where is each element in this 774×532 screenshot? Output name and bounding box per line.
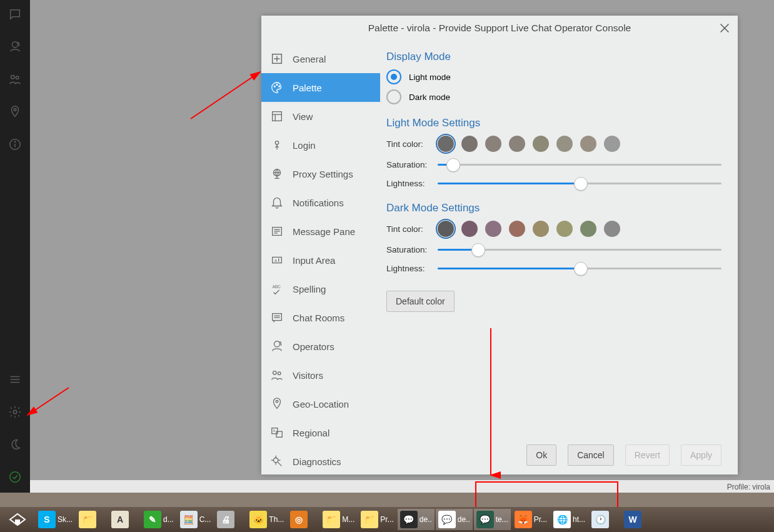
tint-swatch[interactable] <box>556 221 573 237</box>
light-saturation-slider[interactable] <box>438 158 721 171</box>
nav-notifications[interactable]: Notifications <box>261 188 380 217</box>
taskbar-item[interactable]: 🌐ht... <box>551 509 588 530</box>
light-tint-swatches <box>438 136 620 152</box>
nav-palette[interactable]: Palette <box>261 73 380 102</box>
dark-saturation-slider[interactable] <box>438 243 721 256</box>
nav-operators[interactable]: Operators <box>261 332 380 361</box>
nav-chat-rooms[interactable]: Chat Rooms <box>261 303 380 332</box>
taskbar-item[interactable]: W <box>621 509 653 530</box>
tint-swatch[interactable] <box>533 136 549 152</box>
nav-notifications-label: Notifications <box>293 198 344 208</box>
taskbar-item[interactable]: 💬de.. <box>436 509 473 530</box>
tint-swatch[interactable] <box>556 136 573 152</box>
taskbar-item-label: te... <box>496 515 508 524</box>
taskbar-item[interactable]: 📁 <box>76 509 108 530</box>
default-color-button[interactable]: Default color <box>386 291 455 312</box>
tint-swatch[interactable] <box>461 136 478 152</box>
nav-input-area[interactable]: aInput Area <box>261 246 380 274</box>
nav-message-pane[interactable]: Message Pane <box>261 217 380 246</box>
taskbar-item-label: Pr... <box>380 515 393 524</box>
taskbar-item[interactable]: 🕐 <box>589 509 620 530</box>
taskbar-item-icon: 🌐 <box>553 511 571 528</box>
tint-swatch[interactable] <box>438 136 454 152</box>
taskbar-item-icon: 💬 <box>476 511 494 528</box>
light-tint-label: Tint color: <box>386 139 435 149</box>
taskbar-item-label: Pr... <box>534 515 547 524</box>
nav-visitors-label: Visitors <box>293 370 323 381</box>
taskbar-item[interactable]: 🖨 <box>214 509 246 530</box>
tint-swatch[interactable] <box>438 221 454 237</box>
close-icon[interactable] <box>718 21 731 35</box>
nav-spelling[interactable]: ABCSpelling <box>261 274 380 303</box>
info-icon[interactable] <box>8 138 22 154</box>
svg-point-0 <box>12 42 18 48</box>
taskbar-item[interactable]: SSk... <box>36 509 75 530</box>
revert-button[interactable]: Revert <box>625 444 670 466</box>
svg-point-3 <box>14 109 16 111</box>
operator-icon[interactable] <box>8 40 22 56</box>
settings-icon[interactable] <box>8 405 22 421</box>
nav-geolocation[interactable]: Geo-Location <box>261 389 380 418</box>
taskbar-item-icon: 📁 <box>361 511 378 528</box>
radio-light-mode[interactable] <box>386 69 401 84</box>
nav-regional[interactable]: ARegional <box>261 418 380 447</box>
nav-view[interactable]: View <box>261 102 380 131</box>
start-button[interactable] <box>0 512 35 527</box>
taskbar: SSk...📁A✎d...🧮C...🖨🐱Th...◎📁M...📁Pr...💬de… <box>0 507 774 532</box>
location-icon[interactable] <box>8 105 22 121</box>
taskbar-item[interactable]: 🦊Pr... <box>512 509 550 530</box>
cancel-button[interactable]: Cancel <box>568 444 614 466</box>
nav-login[interactable]: Login <box>261 131 380 159</box>
chat-icon[interactable] <box>8 8 22 24</box>
tint-swatch[interactable] <box>485 136 501 152</box>
apply-button[interactable]: Apply <box>681 444 721 466</box>
tint-swatch[interactable] <box>580 221 596 237</box>
taskbar-item[interactable]: 💬de.. <box>398 509 435 530</box>
taskbar-item[interactable]: ✎d... <box>141 509 176 530</box>
taskbar-item-icon: 📁 <box>79 511 96 528</box>
tint-swatch[interactable] <box>461 221 478 237</box>
svg-point-11 <box>10 472 21 483</box>
svg-point-1 <box>11 76 14 79</box>
tint-swatch[interactable] <box>485 221 501 237</box>
light-settings-heading: Light Mode Settings <box>386 117 721 129</box>
taskbar-item[interactable]: 🐱Th... <box>247 509 286 530</box>
taskbar-item[interactable]: ◎ <box>288 509 319 530</box>
taskbar-item[interactable]: 📁Pr... <box>358 509 396 530</box>
taskbar-item[interactable]: 🧮C... <box>178 509 214 530</box>
light-lightness-slider[interactable] <box>438 177 721 189</box>
nav-visitors[interactable]: Visitors <box>261 361 380 389</box>
svg-point-41 <box>278 372 281 375</box>
dark-settings-heading: Dark Mode Settings <box>386 202 721 214</box>
taskbar-item-icon: 💬 <box>438 511 456 528</box>
svg-point-19 <box>279 86 280 87</box>
visitors-icon[interactable] <box>8 73 22 89</box>
svg-rect-55 <box>15 519 20 524</box>
light-mode-label: Light mode <box>409 73 451 82</box>
taskbar-item-icon: S <box>38 511 56 528</box>
tint-swatch[interactable] <box>533 221 549 237</box>
ok-button[interactable]: Ok <box>526 444 556 466</box>
taskbar-item[interactable]: 💬te... <box>474 509 511 530</box>
tint-swatch[interactable] <box>509 136 525 152</box>
svg-point-46 <box>274 458 278 463</box>
taskbar-item[interactable]: 📁M... <box>320 509 357 530</box>
nav-proxy[interactable]: Proxy Settings <box>261 159 380 188</box>
night-icon[interactable] <box>8 438 22 454</box>
tint-swatch[interactable] <box>509 221 525 237</box>
radio-dark-mode[interactable] <box>386 89 401 104</box>
dialog-footer: Ok Cancel Revert Apply <box>526 444 726 466</box>
nav-general[interactable]: General <box>261 44 380 73</box>
status-online-icon[interactable] <box>8 470 22 486</box>
nav-diagnostics[interactable]: Diagnostics <box>261 447 380 476</box>
tint-swatch[interactable] <box>604 221 620 237</box>
taskbar-item[interactable]: A <box>109 509 140 530</box>
app-background: Profile: virola Palette - virola - Provi… <box>0 0 774 493</box>
svg-point-2 <box>16 76 19 79</box>
nav-login-label: Login <box>293 140 316 151</box>
svg-line-51 <box>278 462 281 466</box>
tint-swatch[interactable] <box>580 136 596 152</box>
menu-icon[interactable] <box>8 373 22 389</box>
dark-lightness-slider[interactable] <box>438 262 721 274</box>
tint-swatch[interactable] <box>604 136 620 152</box>
